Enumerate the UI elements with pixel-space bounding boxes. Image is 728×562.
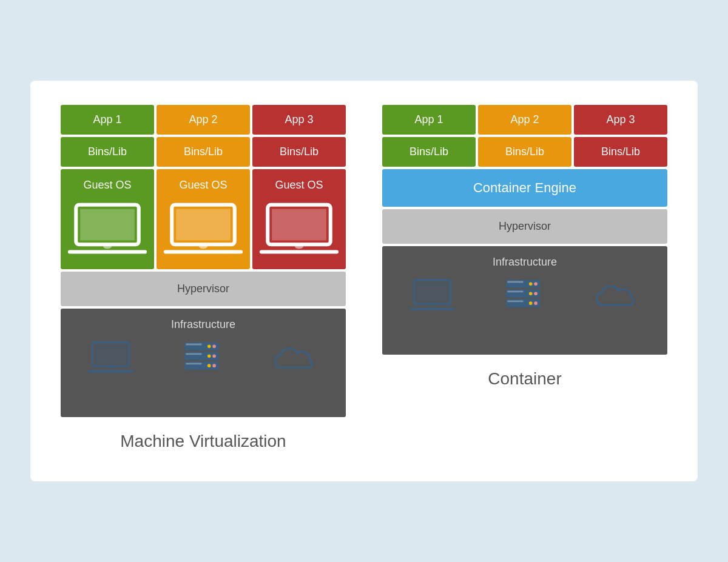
container-bins2: Bins/Lib — [478, 137, 571, 167]
container-infra-icons — [387, 276, 662, 318]
vm-hypervisor: Hypervisor — [61, 272, 346, 306]
svg-point-42 — [529, 302, 533, 306]
svg-rect-35 — [507, 281, 523, 283]
vm-app2: App 2 — [157, 105, 250, 135]
container-label: Container — [488, 369, 561, 389]
svg-rect-39 — [507, 291, 523, 293]
vm-bins2: Bins/Lib — [157, 137, 250, 167]
vm-infra-icons — [66, 338, 341, 381]
vm-guestos3: Guest OS — [252, 169, 346, 269]
svg-rect-43 — [507, 301, 523, 303]
vm-app3: App 3 — [252, 105, 346, 135]
laptop-icon-green — [66, 196, 149, 259]
container-app2: App 2 — [478, 105, 571, 135]
vm-bins3: Bins/Lib — [252, 137, 346, 167]
vm-stack: App 1 App 2 App 3 Bins/Lib Bins/Lib Bins… — [61, 105, 346, 417]
svg-point-25 — [212, 364, 216, 367]
laptop-icon-orange — [161, 196, 245, 259]
container-diagram: App 1 App 2 App 3 Bins/Lib Bins/Lib Bins… — [382, 105, 667, 451]
container-hypervisor: Hypervisor — [382, 209, 667, 244]
container-engine-bar: Container Engine — [382, 169, 667, 207]
svg-point-30 — [430, 304, 435, 307]
svg-rect-13 — [95, 344, 127, 364]
svg-rect-9 — [272, 209, 326, 241]
svg-point-37 — [534, 292, 538, 296]
svg-rect-5 — [176, 209, 231, 241]
vm-app-row: App 1 App 2 App 3 — [61, 105, 346, 135]
svg-point-22 — [207, 354, 211, 358]
svg-point-2 — [103, 245, 112, 249]
svg-point-33 — [534, 283, 538, 286]
vm-guestos1: Guest OS — [61, 169, 154, 269]
container-infra-laptop-icon — [410, 276, 455, 318]
vm-infra-server-icon — [179, 338, 224, 381]
main-card: App 1 App 2 App 3 Bins/Lib Bins/Lib Bins… — [30, 81, 698, 481]
vm-bins1: Bins/Lib — [61, 137, 154, 167]
container-app3: App 3 — [574, 105, 667, 135]
container-app1: App 1 — [382, 105, 476, 135]
vm-infrastructure: Infrastructure — [61, 309, 346, 417]
svg-point-26 — [207, 364, 211, 367]
vm-label: Machine Virtualization — [120, 432, 286, 451]
container-infra-cloud-icon — [592, 276, 640, 318]
svg-point-17 — [212, 344, 216, 348]
svg-rect-27 — [186, 363, 201, 364]
container-bins3: Bins/Lib — [574, 137, 667, 167]
vm-app1: App 1 — [61, 105, 154, 135]
svg-point-10 — [295, 245, 303, 249]
svg-point-14 — [108, 366, 113, 369]
machine-virtualization-diagram: App 1 App 2 App 3 Bins/Lib Bins/Lib Bins… — [61, 105, 346, 451]
svg-point-21 — [212, 354, 216, 358]
svg-point-41 — [534, 302, 538, 306]
svg-rect-23 — [186, 353, 201, 355]
container-infrastructure: Infrastructure — [382, 246, 667, 355]
svg-rect-29 — [417, 283, 449, 302]
vm-bins-row: Bins/Lib Bins/Lib Bins/Lib — [61, 137, 346, 167]
diagrams-row: App 1 App 2 App 3 Bins/Lib Bins/Lib Bins… — [61, 105, 667, 451]
svg-point-18 — [207, 344, 211, 348]
vm-guestos2: Guest OS — [157, 169, 250, 269]
laptop-icon-red — [257, 196, 341, 259]
container-app-row: App 1 App 2 App 3 — [382, 105, 667, 135]
container-bins-row: Bins/Lib Bins/Lib Bins/Lib — [382, 137, 667, 167]
container-infra-server-icon — [500, 276, 546, 318]
vm-infra-laptop-icon — [88, 338, 133, 381]
vm-guestos-row: Guest OS Guest OS — [61, 169, 346, 269]
svg-point-38 — [529, 292, 533, 296]
svg-rect-19 — [186, 343, 201, 345]
container-stack: App 1 App 2 App 3 Bins/Lib Bins/Lib Bins… — [382, 105, 667, 355]
svg-point-34 — [529, 283, 533, 286]
svg-point-6 — [199, 245, 207, 249]
vm-infra-cloud-icon — [270, 338, 318, 381]
container-bins1: Bins/Lib — [382, 137, 476, 167]
svg-rect-1 — [80, 209, 135, 241]
